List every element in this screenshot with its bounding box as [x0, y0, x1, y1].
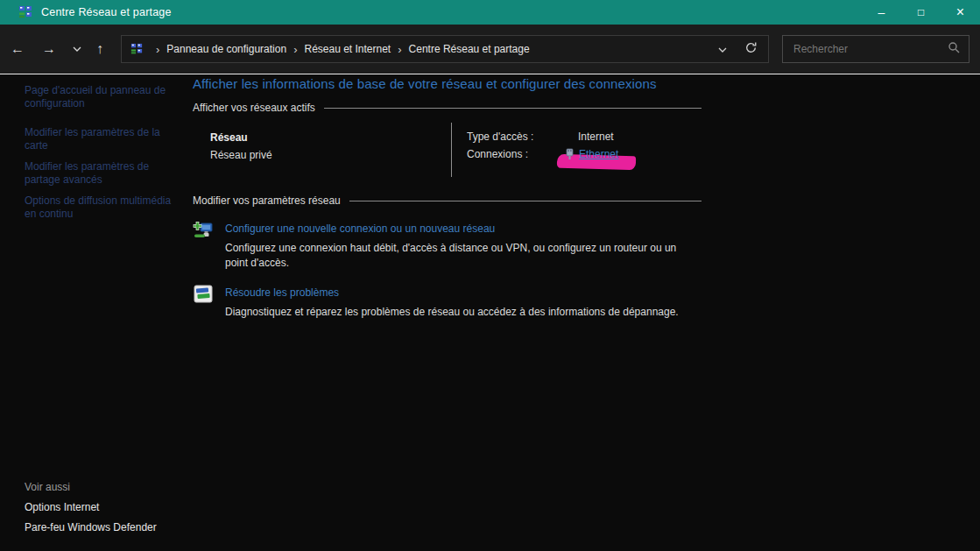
- breadcrumb-separator: ›: [156, 43, 159, 56]
- maximize-button[interactable]: □: [901, 0, 941, 25]
- titlebar: Centre Réseau et partage – □ ×: [0, 0, 980, 25]
- troubleshoot-icon: [193, 284, 214, 320]
- forward-button[interactable]: →: [35, 25, 63, 74]
- section-rule: [324, 108, 702, 109]
- content-area: Page d'accueil du panneau de configurati…: [0, 74, 980, 551]
- search-icon[interactable]: [948, 41, 960, 57]
- navigation-bar: ← → ↑ › Panneau de configuration: [0, 25, 980, 74]
- settings-section-title: Modifier vos paramètres réseau: [193, 194, 341, 207]
- ethernet-link[interactable]: Ethernet: [579, 148, 618, 160]
- network-name: Réseau: [210, 131, 451, 144]
- back-button[interactable]: ←: [4, 25, 32, 74]
- breadcrumb-item-reseau-et-internet[interactable]: Réseau et Internet: [304, 43, 391, 55]
- window-title: Centre Réseau et partage: [41, 6, 172, 18]
- sidebar-item-change-adapter-settings[interactable]: Modifier les paramètres de la carte: [25, 126, 180, 152]
- see-also-section: Voir aussi Options Internet Pare-feu Win…: [25, 481, 200, 541]
- active-networks-section-header: Afficher vos réseaux actifs: [193, 102, 702, 114]
- main-panel: Afficher les informations de base de vot…: [193, 76, 702, 320]
- control-panel-app-icon: [18, 5, 32, 19]
- connection-cell: Ethernet: [565, 148, 618, 160]
- section-rule: [349, 201, 702, 201]
- page-title: Afficher les informations de base de vot…: [193, 76, 702, 91]
- see-also-header: Voir aussi: [25, 481, 200, 493]
- access-type-value: Internet: [565, 131, 614, 143]
- sidebar-item-advanced-sharing-settings[interactable]: Modifier les paramètres de partage avanc…: [25, 160, 180, 186]
- search-input[interactable]: [792, 42, 948, 56]
- network-profile: Réseau privé: [210, 149, 451, 161]
- settings-section-header: Modifier vos paramètres réseau: [193, 194, 702, 207]
- network-identity: Réseau Réseau privé: [193, 124, 451, 175]
- troubleshoot-description: Diagnostiquez et réparez les problèmes d…: [225, 305, 679, 320]
- vertical-divider: [451, 123, 452, 177]
- breadcrumb-item-centre-reseau-et-partage[interactable]: Centre Réseau et partage: [409, 43, 530, 55]
- new-connection-link[interactable]: Configurer une nouvelle connexion ou un …: [225, 223, 495, 235]
- new-connection-text: Configurer une nouvelle connexion ou un …: [225, 220, 698, 271]
- window-controls: – □ ×: [862, 0, 980, 25]
- new-connection-description: Configurez une connexion haut débit, d'a…: [225, 241, 698, 271]
- control-panel-icon[interactable]: [130, 43, 143, 55]
- sidebar-item-media-streaming-options[interactable]: Options de diffusion multimédia en conti…: [25, 194, 180, 220]
- troubleshoot-item: Résoudre les problèmes Diagnostiquez et …: [193, 284, 702, 320]
- connections-label: Connexions :: [467, 148, 565, 160]
- troubleshoot-link[interactable]: Résoudre les problèmes: [225, 286, 339, 299]
- ethernet-icon: [565, 148, 575, 160]
- breadcrumb-item-panneau-de-configuration[interactable]: Panneau de configuration: [166, 43, 286, 55]
- close-button[interactable]: ×: [941, 0, 980, 25]
- sidebar-item-control-panel-home[interactable]: Page d'accueil du panneau de configurati…: [25, 84, 180, 109]
- breadcrumb: › Panneau de configuration › Réseau et I…: [121, 35, 769, 63]
- active-network-card: Réseau Réseau privé Type d'accès : Inter…: [193, 124, 702, 175]
- troubleshoot-text: Résoudre les problèmes Diagnostiquez et …: [225, 284, 679, 320]
- breadcrumb-separator: ›: [293, 43, 297, 56]
- sidebar-item-options-internet[interactable]: Options Internet: [25, 501, 200, 513]
- refresh-icon[interactable]: [744, 41, 758, 57]
- sidebar: Page d'accueil du panneau de configurati…: [25, 84, 180, 229]
- sidebar-item-pare-feu-windows-defender[interactable]: Pare-feu Windows Defender: [25, 521, 200, 533]
- network-details: Type d'accès : Internet Connexions :: [451, 124, 618, 175]
- network-sharing-center-window: Centre Réseau et partage – □ × ← → ↑: [0, 0, 980, 551]
- access-type-label: Type d'accès :: [467, 131, 565, 143]
- search-box: [782, 35, 969, 63]
- address-dropdown-chevron-icon[interactable]: [718, 43, 727, 55]
- new-connection-icon: [193, 220, 214, 271]
- minimize-button[interactable]: –: [862, 0, 901, 25]
- active-networks-title: Afficher vos réseaux actifs: [193, 102, 315, 114]
- breadcrumb-separator: ›: [398, 43, 401, 56]
- new-connection-item: Configurer une nouvelle connexion ou un …: [193, 220, 702, 271]
- up-button[interactable]: ↑: [86, 25, 114, 74]
